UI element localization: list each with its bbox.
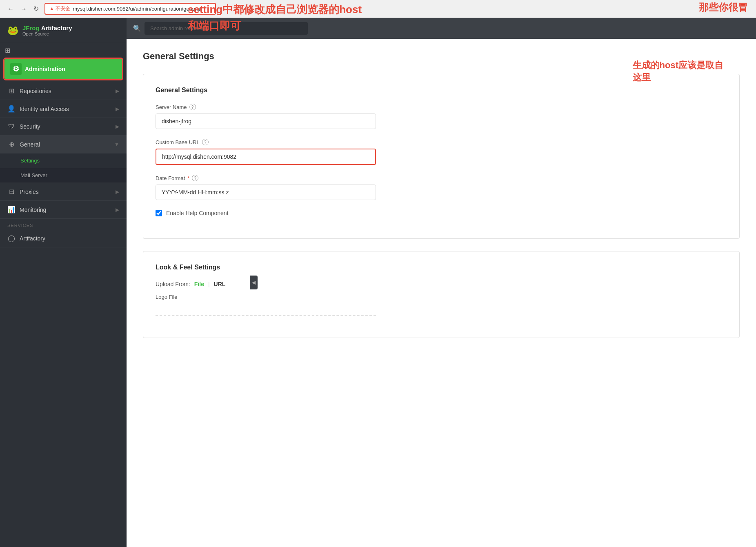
mail-server-label: Mail Server [20, 172, 47, 178]
chevron-right-icon-2: ▶ [116, 106, 119, 112]
annotation-overlay-right: 那些你很冒 [699, 1, 748, 14]
refresh-button[interactable]: ↻ [31, 3, 41, 14]
services-section-label: SERVICES [0, 219, 127, 229]
admin-label: Administration [25, 66, 65, 72]
browser-bar: ← → ↻ ▲ 不安全 mysql.dishen.com:9082/ui/adm… [0, 0, 756, 18]
sidebar-item-label-general: General [20, 141, 110, 148]
search-input[interactable] [145, 22, 308, 35]
sidebar-item-label-monitoring: Monitoring [20, 207, 111, 213]
page-content: General Settings General Settings Server… [127, 39, 756, 547]
identity-icon: 👤 [7, 105, 16, 113]
browser-navigation: ← → ↻ [5, 3, 41, 14]
chevron-right-icon: ▶ [116, 88, 119, 94]
administration-button[interactable]: ⚙ Administration [4, 59, 122, 79]
date-format-input[interactable] [156, 185, 376, 200]
grid-icon[interactable]: ⊞ [5, 47, 10, 54]
sidebar-subitem-mail-server[interactable]: Mail Server [0, 168, 127, 183]
sidebar-item-label-identity: Identity and Access [20, 106, 111, 112]
search-icon: 🔍 [133, 24, 141, 32]
sidebar-top-icons: ⊞ [0, 43, 127, 58]
logo-text: JFrog Artifactory Open Source [22, 24, 72, 36]
settings-label: Settings [20, 158, 40, 164]
custom-base-url-label: Custom Base URL ? [156, 139, 727, 145]
proxies-icon: ⊟ [7, 188, 16, 196]
shield-icon: 🛡 [7, 123, 16, 130]
look-feel-section: Look & Feel Settings Upload From: File |… [143, 251, 740, 338]
sidebar-subitem-settings[interactable]: Settings [0, 153, 127, 168]
server-name-input[interactable] [156, 113, 376, 129]
sidebar-item-artifactory[interactable]: ◯ Artifactory [0, 229, 127, 247]
date-format-group: Date Format * ? [156, 175, 727, 200]
admin-btn-wrap: ⚙ Administration [0, 58, 127, 82]
sidebar-item-label-artifactory: Artifactory [20, 235, 119, 242]
gear-icon: ⚙ [10, 63, 22, 75]
general-submenu: Settings Mail Server [0, 153, 127, 183]
chevron-right-icon-4: ▶ [116, 189, 119, 195]
app-layout: 🐸 JFrog Artifactory Open Source ⊞ ⚙ Admi… [0, 18, 756, 547]
upload-file-link[interactable]: File [194, 281, 204, 287]
enable-help-group: Enable Help Component [156, 210, 727, 216]
enable-help-checkbox[interactable] [156, 210, 162, 216]
look-feel-title: Look & Feel Settings [156, 264, 727, 271]
required-indicator: * [187, 175, 189, 181]
custom-base-url-help-icon[interactable]: ? [202, 139, 209, 145]
annotation-host-2: 这里 [633, 71, 723, 84]
custom-base-url-input[interactable] [156, 149, 376, 165]
logo-file-group: Logo File [156, 294, 727, 316]
sidebar-item-repositories[interactable]: ⊞ Repositories ▶ [0, 82, 127, 100]
logo-product: Artifactory [41, 24, 72, 31]
sidebar: 🐸 JFrog Artifactory Open Source ⊞ ⚙ Admi… [0, 18, 127, 547]
server-name-group: Server Name ? [156, 104, 727, 129]
general-settings-section: General Settings Server Name ? Custom Ba… [143, 74, 740, 239]
general-icon: ⊕ [7, 140, 16, 148]
section-title: General Settings [156, 87, 727, 94]
sidebar-item-identity-access[interactable]: 👤 Identity and Access ▶ [0, 100, 127, 118]
back-button[interactable]: ← [5, 4, 16, 14]
main-content: 🔍 General Settings General Settings Serv… [127, 18, 756, 547]
server-name-label: Server Name ? [156, 104, 727, 110]
chevron-right-icon-5: ▶ [116, 207, 119, 213]
logo-brand: JFrog [22, 24, 40, 31]
search-bar: 🔍 [127, 18, 756, 39]
date-format-help-icon[interactable]: ? [192, 175, 198, 181]
chevron-right-icon-3: ▶ [116, 124, 119, 129]
sidebar-item-general[interactable]: ⊕ General ▼ [0, 136, 127, 153]
date-format-label: Date Format * ? [156, 175, 727, 181]
custom-base-url-group: Custom Base URL ? 生成的host应该是取自 这里 [156, 139, 727, 165]
enable-help-label: Enable Help Component [166, 210, 229, 216]
security-indicator: ▲ 不安全 [49, 5, 70, 12]
forward-button[interactable]: → [18, 4, 29, 14]
logo-file-label: Logo File [156, 294, 727, 300]
upload-divider: | [208, 281, 210, 287]
upload-from-label: Upload From: [156, 281, 190, 287]
logo-edition: Open Source [22, 31, 72, 36]
annotation-host-wrap: 生成的host应该是取自 这里 [633, 59, 723, 84]
repositories-icon: ⊞ [7, 87, 16, 95]
upload-url-link[interactable]: URL [214, 281, 226, 287]
upload-from-group: Upload From: File | URL [156, 281, 727, 287]
sidebar-item-proxies[interactable]: ⊟ Proxies ▶ [0, 183, 127, 201]
address-text: mysql.dishen.com:9082/ui/admin/configura… [73, 6, 201, 12]
address-bar[interactable]: ▲ 不安全 mysql.dishen.com:9082/ui/admin/con… [44, 3, 216, 15]
sidebar-item-monitoring[interactable]: 📊 Monitoring ▶ [0, 201, 127, 219]
logo-frog-icon: 🐸 [7, 25, 18, 36]
chevron-down-icon: ▼ [114, 142, 119, 147]
sidebar-item-label-security: Security [20, 123, 111, 130]
sidebar-item-label-repositories: Repositories [20, 88, 111, 94]
sidebar-item-security[interactable]: 🛡 Security ▶ [0, 118, 127, 136]
server-name-help-icon[interactable]: ? [189, 104, 196, 110]
logo-file-upload-area[interactable] [156, 303, 376, 316]
monitoring-icon: 📊 [7, 206, 16, 213]
sidebar-logo: 🐸 JFrog Artifactory Open Source [0, 18, 127, 43]
page-title: General Settings [143, 51, 740, 62]
collapse-sidebar-button[interactable]: ◀ [250, 276, 258, 289]
artifactory-icon: ◯ [7, 234, 16, 242]
sidebar-item-label-proxies: Proxies [20, 189, 111, 195]
